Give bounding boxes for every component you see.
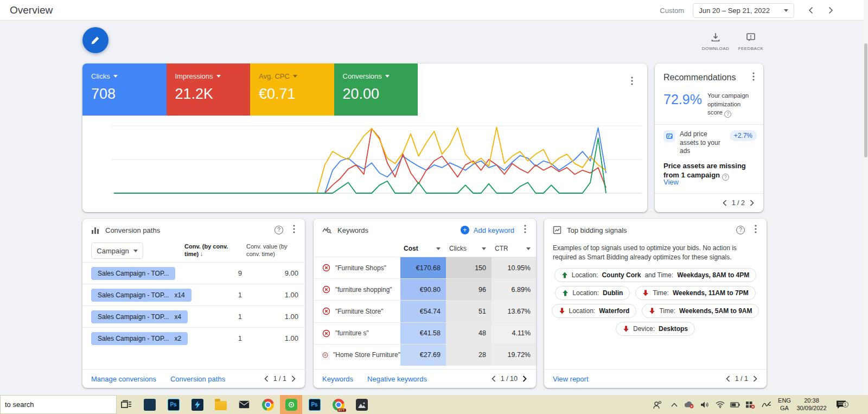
keyword-row[interactable]: "Furniture Shops"€170.6815010.95% xyxy=(314,257,536,278)
download-label: DOWNLOAD xyxy=(697,46,735,51)
pencil-icon xyxy=(90,35,101,46)
notification-center-button[interactable]: 1 xyxy=(831,395,851,414)
manage-conversions-link[interactable]: Manage conversions xyxy=(91,375,156,383)
column-header-ctr[interactable]: CTR xyxy=(492,245,536,252)
conversion-paths-kebab-menu[interactable] xyxy=(292,224,296,237)
pen-tray-button[interactable] xyxy=(759,395,774,414)
people-tray-button[interactable] xyxy=(650,395,665,414)
taskbar-search-box[interactable]: to search xyxy=(0,395,117,414)
metric-tab-2[interactable]: Avg. CPC €0.71 xyxy=(250,63,334,116)
chevron-right-icon[interactable] xyxy=(826,5,835,15)
keyword-text: "Furniture Shops" xyxy=(335,264,386,272)
mail-icon xyxy=(239,400,250,409)
campaign-badge[interactable]: Sales Campaign - TOP...x4 xyxy=(91,310,188,323)
info-icon[interactable]: ? xyxy=(722,174,729,181)
download-icon xyxy=(710,33,721,42)
column-header-conv-value[interactable]: Conv. value (by conv. time) xyxy=(246,243,298,258)
keyword-row[interactable]: "furniture s"€41.58484.11% xyxy=(314,322,536,344)
green-app-icon xyxy=(285,399,297,411)
conversion-paths-table: Sales Campaign - TOP...99.00Sales Campai… xyxy=(82,262,305,349)
keywords-tab-link[interactable]: Keywords xyxy=(322,375,353,383)
page-next-icon[interactable] xyxy=(749,200,755,206)
chrome-profile-button[interactable]: RYT xyxy=(327,395,349,414)
bolt-app-button[interactable] xyxy=(186,395,208,414)
bidding-signals-kebab-menu[interactable] xyxy=(754,224,758,237)
conversion-value-amount: 1.00 xyxy=(246,313,298,321)
help-icon[interactable]: ? xyxy=(736,226,745,234)
conversions-value: 1 xyxy=(201,313,242,321)
column-header-conv[interactable]: Conv. (by conv. time)↓ xyxy=(184,243,242,259)
bidding-signal-chips: Location: County Cork and Time: Weekdays… xyxy=(544,268,767,336)
keyword-row[interactable]: "furniture shopping"€90.80966.89% xyxy=(314,278,536,300)
wifi-tray-button[interactable] xyxy=(713,395,727,414)
negative-keywords-tab-link[interactable]: Negative keywords xyxy=(367,375,427,383)
photoshop-button[interactable]: Ps xyxy=(162,395,184,414)
conversion-paths-link[interactable]: Conversion paths xyxy=(170,375,225,383)
recommendation-detail: Price assets are missing from 1 campaign… xyxy=(655,156,763,181)
language-indicator[interactable]: ENGGA xyxy=(776,395,793,414)
campaign-badge[interactable]: Sales Campaign - TOP... xyxy=(91,267,175,280)
page-next-icon[interactable] xyxy=(752,375,758,382)
page-prev-icon[interactable] xyxy=(491,375,496,382)
metric-tabs: Clicks 708 Impressions 21.2K Avg. CPC €0… xyxy=(82,63,418,116)
show-hidden-icons-button[interactable] xyxy=(667,395,681,414)
clock-indicator[interactable]: 20:3830/09/2022 xyxy=(793,395,830,414)
recommendations-kebab-menu[interactable] xyxy=(751,71,756,84)
info-icon[interactable]: ? xyxy=(724,111,731,118)
date-range-picker[interactable]: Jun 20 – Sep 21, 2022 xyxy=(693,3,794,18)
column-header-clicks[interactable]: Clicks xyxy=(446,245,492,252)
language-line1: ENG xyxy=(778,397,791,405)
taskbar-search-text: to search xyxy=(5,400,34,409)
help-icon[interactable]: ? xyxy=(275,226,283,234)
page-prev-icon[interactable] xyxy=(264,375,269,382)
scrollbar-thumb[interactable] xyxy=(864,43,867,157)
recommendations-title: Recommendations xyxy=(663,73,736,82)
column-header-cost[interactable]: Cost xyxy=(400,245,446,252)
keywords-kebab-menu[interactable] xyxy=(523,224,527,237)
onedrive-tray-button[interactable] xyxy=(681,395,697,414)
view-report-link[interactable]: View report xyxy=(553,375,589,383)
pen-signature-icon xyxy=(762,401,771,409)
edit-button[interactable] xyxy=(82,27,108,53)
chart-kebab-menu[interactable] xyxy=(630,75,634,88)
campaign-filter-dropdown[interactable]: Campaign xyxy=(91,243,143,259)
mail-button[interactable] xyxy=(233,395,255,414)
recommendation-item-title: Add price assets to your ads xyxy=(680,130,725,156)
keyword-text: "furniture shopping" xyxy=(335,286,392,294)
battery-icon xyxy=(730,402,740,407)
campaign-badge[interactable]: Sales Campaign - TOP...x14 xyxy=(91,289,192,302)
feedback-button[interactable]: FEEDBACK xyxy=(732,33,770,51)
volume-tray-button[interactable] xyxy=(698,395,712,414)
metric-tab-3[interactable]: Conversions 20.00 xyxy=(334,63,418,116)
page-next-icon[interactable] xyxy=(291,375,296,382)
metric-tab-0[interactable]: Clicks 708 xyxy=(82,63,167,116)
active-green-app-button[interactable] xyxy=(280,395,302,414)
recommendation-item[interactable]: Add price assets to your ads +2.7% xyxy=(655,130,763,156)
chrome-button[interactable] xyxy=(257,395,279,414)
cost-cell: €54.74 xyxy=(400,301,446,322)
campaign-badge[interactable]: Sales Campaign - TOP...x2 xyxy=(91,332,188,345)
file-explorer-button[interactable] xyxy=(209,395,232,414)
add-keyword-button[interactable]: + Add keyword xyxy=(461,226,514,234)
photos-app-button[interactable] xyxy=(350,395,373,414)
series-impressions xyxy=(114,129,606,193)
tray-date: 30/09/2022 xyxy=(796,405,826,412)
view-link[interactable]: View xyxy=(663,178,679,186)
metric-label: Avg. CPC xyxy=(259,72,290,80)
photoshop-2-button[interactable]: Ps xyxy=(303,395,326,414)
keyword-row[interactable]: "Furniture Store"€54.745113.67% xyxy=(314,300,536,322)
metric-tab-1[interactable]: Impressions 21.2K xyxy=(167,63,251,116)
sync-app-tray-button[interactable] xyxy=(743,395,758,414)
page-next-icon[interactable] xyxy=(522,375,527,382)
chevron-left-icon[interactable] xyxy=(806,5,816,15)
microsoft-store-button[interactable] xyxy=(138,395,161,414)
keyword-row[interactable]: "Home Store Furniture"€27.692819.72% xyxy=(314,344,536,366)
task-view-button[interactable] xyxy=(115,395,137,414)
download-button[interactable]: DOWNLOAD xyxy=(697,33,735,51)
keywords-icon xyxy=(322,226,332,234)
battery-tray-button[interactable] xyxy=(727,395,742,414)
caret-down-icon xyxy=(482,247,486,250)
page-prev-icon[interactable] xyxy=(725,375,731,382)
page-prev-icon[interactable] xyxy=(722,200,727,206)
divider xyxy=(655,124,763,125)
